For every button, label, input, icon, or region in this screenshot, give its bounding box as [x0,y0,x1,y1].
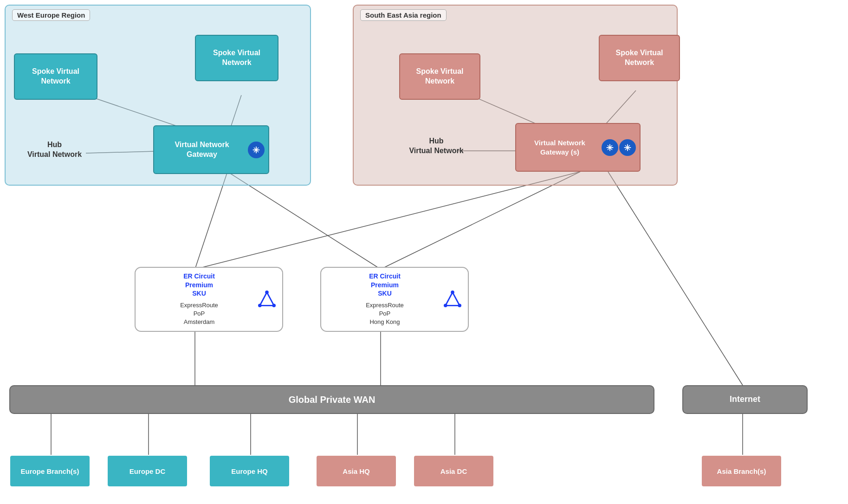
svg-marker-34 [260,292,274,306]
er-hongkong-box: ER CircuitPremiumSKU ExpressRoutePoPHong… [320,267,469,332]
asia-branch-box: Asia Branch(s) [701,455,782,487]
asia-dc-label: Asia DC [440,467,467,475]
sea-spoke2-box: Spoke VirtualNetwork [599,35,680,81]
svg-point-37 [258,304,262,308]
svg-marker-38 [446,292,460,306]
west-spoke2-box: Spoke VirtualNetwork [195,35,278,81]
svg-point-39 [451,291,454,294]
sea-label: South East Asia region [360,9,447,21]
europe-branch-label: Europe Branch(s) [21,467,79,475]
west-hub-label: HubVirtual Network [27,140,82,160]
west-spoke1-box: Spoke VirtualNetwork [14,53,97,100]
sea-gateway-label: Virtual NetworkGateway (s) [520,138,600,156]
west-spoke2-label: Spoke VirtualNetwork [213,48,260,68]
er-hongkong-circuit-label: ER CircuitPremiumSKU [328,272,442,297]
sea-hub-box: HubVirtual Network [399,125,473,167]
west-gateway-label: Virtual NetworkGateway [158,140,246,160]
west-hub-box: HubVirtual Network [14,128,95,172]
er-amsterdam-pop-label: ExpressRoutePoPAmsterdam [142,301,256,327]
er-hongkong-icon [444,291,461,308]
europe-branch-box: Europe Branch(s) [9,455,91,487]
svg-line-4 [227,172,381,269]
sea-spoke1-box: Spoke VirtualNetwork [399,53,480,100]
svg-point-36 [272,304,276,308]
asia-hq-label: Asia HQ [343,467,369,475]
internet-label: Internet [730,394,760,405]
er-amsterdam-icon [258,291,276,308]
er-hongkong-pop-label: ExpressRoutePoPHong Kong [328,301,442,327]
er-amsterdam-circuit-label: ER CircuitPremiumSKU [142,272,256,297]
sea-gateway-icon2 [619,139,636,156]
global-wan-label: Global Private WAN [289,394,375,406]
europe-hq-box: Europe HQ [209,455,290,487]
sea-spoke1-label: Spoke VirtualNetwork [416,67,464,86]
sea-hub-label: HubVirtual Network [409,136,463,156]
asia-dc-box: Asia DC [413,455,494,487]
asia-hq-box: Asia HQ [316,455,397,487]
west-gateway-box: Virtual NetworkGateway [153,125,269,174]
svg-point-35 [265,291,269,294]
europe-dc-box: Europe DC [107,455,188,487]
global-wan-box: Global Private WAN [9,385,654,414]
sea-gateway-box: Virtual NetworkGateway (s) [515,123,641,172]
svg-line-18 [608,172,743,385]
svg-line-9 [195,172,580,269]
asia-branch-label: Asia Branch(s) [717,467,766,475]
europe-hq-label: Europe HQ [231,467,267,475]
sea-gateway-icon [602,139,618,156]
internet-box: Internet [682,385,808,414]
svg-line-8 [381,172,580,269]
sea-spoke2-label: Spoke VirtualNetwork [616,48,663,68]
west-europe-label: West Europe Region [12,9,90,21]
west-spoke1-label: Spoke VirtualNetwork [32,67,79,86]
europe-dc-label: Europe DC [129,467,166,475]
svg-point-40 [458,304,461,308]
er-amsterdam-box: ER CircuitPremiumSKU ExpressRoutePoPAmst… [135,267,283,332]
svg-point-41 [444,304,447,308]
svg-line-3 [195,172,227,269]
diagram-container: West Europe Region South East Asia regio… [0,0,848,504]
west-gateway-icon [248,142,265,158]
